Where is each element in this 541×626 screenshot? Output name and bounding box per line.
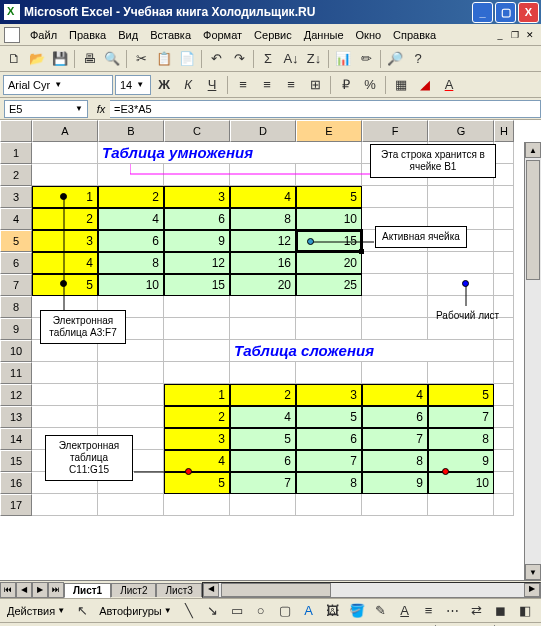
line-style-icon[interactable]: ≡	[418, 600, 440, 622]
font-size-combo[interactable]: 14▼	[115, 75, 151, 95]
help-icon[interactable]: ?	[407, 48, 429, 70]
select-all-corner[interactable]	[0, 120, 32, 142]
cell-C15[interactable]: 4	[164, 450, 230, 472]
cell-B13[interactable]	[98, 406, 164, 428]
window-minimize-button[interactable]: _	[472, 2, 493, 23]
cell-C7[interactable]: 15	[164, 274, 230, 296]
sort-desc-icon[interactable]: Z↓	[303, 48, 325, 70]
menu-data[interactable]: Данные	[298, 27, 350, 43]
cell-D11[interactable]	[230, 362, 296, 384]
align-right-icon[interactable]: ≡	[280, 74, 302, 96]
cell-F13[interactable]: 6	[362, 406, 428, 428]
cell-H7[interactable]	[494, 274, 514, 296]
cell-C11[interactable]	[164, 362, 230, 384]
autoshapes-menu[interactable]: Автофигуры ▼	[95, 603, 176, 619]
cell-C14[interactable]: 3	[164, 428, 230, 450]
cell-H12[interactable]	[494, 384, 514, 406]
arrow-style-icon[interactable]: ⇄	[466, 600, 488, 622]
tab-last-button[interactable]: ⏭	[48, 582, 64, 598]
cell-A6[interactable]: 4	[32, 252, 98, 274]
cell-F11[interactable]	[362, 362, 428, 384]
cell-D8[interactable]	[230, 296, 296, 318]
cell-F8[interactable]	[362, 296, 428, 318]
cell-F17[interactable]	[362, 494, 428, 516]
cell-F14[interactable]: 7	[362, 428, 428, 450]
autosum-icon[interactable]: Σ	[257, 48, 279, 70]
cell-C16[interactable]: 5	[164, 472, 230, 494]
align-left-icon[interactable]: ≡	[232, 74, 254, 96]
fill-handle[interactable]	[359, 249, 364, 254]
cell-B17[interactable]	[98, 494, 164, 516]
cell-H1[interactable]	[494, 142, 514, 164]
tab-prev-button[interactable]: ◀	[16, 582, 32, 598]
cell-H15[interactable]	[494, 450, 514, 472]
cell-C13[interactable]: 2	[164, 406, 230, 428]
cell-F15[interactable]: 8	[362, 450, 428, 472]
cell-B11[interactable]	[98, 362, 164, 384]
cell-F9[interactable]	[362, 318, 428, 340]
col-header-E[interactable]: E	[296, 120, 362, 142]
cell-G11[interactable]	[428, 362, 494, 384]
cell-H11[interactable]	[494, 362, 514, 384]
underline-icon[interactable]: Ч	[201, 74, 223, 96]
row-header-3[interactable]: 3	[0, 186, 32, 208]
cell-F12[interactable]: 4	[362, 384, 428, 406]
cell-A1[interactable]	[32, 142, 98, 164]
col-header-D[interactable]: D	[230, 120, 296, 142]
draw-actions-menu[interactable]: Действия ▼	[3, 603, 69, 619]
col-header-A[interactable]: A	[32, 120, 98, 142]
cell-D17[interactable]	[230, 494, 296, 516]
cell-C5[interactable]: 9	[164, 230, 230, 252]
cell-D13[interactable]: 4	[230, 406, 296, 428]
vertical-scrollbar[interactable]: ▲ ▼	[524, 142, 541, 580]
cell-F6[interactable]	[362, 252, 428, 274]
cell-G13[interactable]: 7	[428, 406, 494, 428]
cell-G14[interactable]: 8	[428, 428, 494, 450]
font-color-icon[interactable]: A	[438, 74, 460, 96]
cell-C3[interactable]: 3	[164, 186, 230, 208]
cell-D4[interactable]: 8	[230, 208, 296, 230]
cell-H14[interactable]	[494, 428, 514, 450]
cell-E14[interactable]: 6	[296, 428, 362, 450]
row-header-16[interactable]: 16	[0, 472, 32, 494]
cell-D12[interactable]: 2	[230, 384, 296, 406]
menu-view[interactable]: Вид	[112, 27, 144, 43]
cell-F7[interactable]	[362, 274, 428, 296]
row-header-17[interactable]: 17	[0, 494, 32, 516]
cell-H4[interactable]	[494, 208, 514, 230]
menu-help[interactable]: Справка	[387, 27, 442, 43]
cell-D15[interactable]: 6	[230, 450, 296, 472]
cell-F3[interactable]	[362, 186, 428, 208]
cell-E17[interactable]	[296, 494, 362, 516]
chart-icon[interactable]: 📊	[332, 48, 354, 70]
scroll-down-button[interactable]: ▼	[525, 564, 541, 580]
cell-A5[interactable]: 3	[32, 230, 98, 252]
menu-tools[interactable]: Сервис	[248, 27, 298, 43]
cell-E11[interactable]	[296, 362, 362, 384]
menu-format[interactable]: Формат	[197, 27, 248, 43]
cell-C4[interactable]: 6	[164, 208, 230, 230]
cell-A4[interactable]: 2	[32, 208, 98, 230]
cell-A2[interactable]	[32, 164, 98, 186]
open-icon[interactable]: 📂	[26, 48, 48, 70]
arrow-icon[interactable]: ↘	[202, 600, 224, 622]
cell-G6[interactable]	[428, 252, 494, 274]
cell-H17[interactable]	[494, 494, 514, 516]
borders-icon[interactable]: ▦	[390, 74, 412, 96]
formula-input[interactable]: =E3*A5	[110, 100, 541, 118]
cell-G3[interactable]	[428, 186, 494, 208]
horizontal-scrollbar[interactable]: ◀ ▶	[202, 582, 541, 598]
sort-asc-icon[interactable]: A↓	[280, 48, 302, 70]
wordart-icon[interactable]: A	[298, 600, 320, 622]
rectangle-icon[interactable]: ▭	[226, 600, 248, 622]
cell-B5[interactable]: 6	[98, 230, 164, 252]
menu-edit[interactable]: Правка	[63, 27, 112, 43]
cell-A12[interactable]	[32, 384, 98, 406]
doc-restore-button[interactable]: ❐	[508, 28, 522, 42]
cell-C9[interactable]	[164, 318, 230, 340]
row-header-15[interactable]: 15	[0, 450, 32, 472]
select-objects-icon[interactable]: ↖	[71, 600, 93, 622]
font-combo[interactable]: Arial Cyr▼	[3, 75, 113, 95]
cell-E4[interactable]: 10	[296, 208, 362, 230]
zoom-icon[interactable]: 🔎	[384, 48, 406, 70]
